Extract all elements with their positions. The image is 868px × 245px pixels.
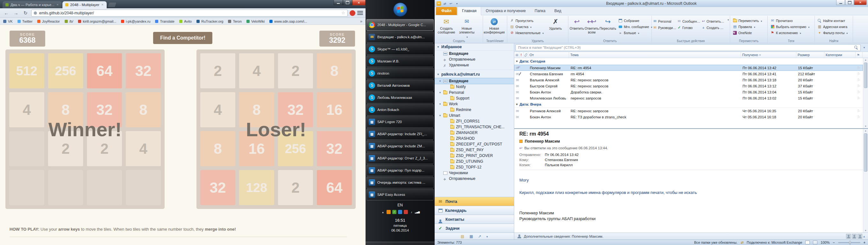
onenote-button[interactable]: OneNote bbox=[732, 30, 763, 35]
folder-list-icon[interactable] bbox=[469, 234, 473, 239]
taskbar-button[interactable]: ABAP-редактор: Include ZFI_... bbox=[367, 128, 434, 140]
module-nav-button[interactable]: Задачи bbox=[435, 224, 514, 233]
new-tab-button[interactable] bbox=[107, 3, 116, 7]
bookmark-item[interactable]: i-pk@yandex.ru bbox=[121, 20, 150, 23]
flag-icon[interactable] bbox=[856, 96, 863, 101]
from-column-header[interactable]: От bbox=[528, 52, 569, 58]
network-icon[interactable] bbox=[415, 210, 420, 214]
group-header-today[interactable]: Дата: Сегодня bbox=[514, 58, 863, 65]
reload-button[interactable] bbox=[22, 9, 29, 17]
folder-item[interactable]: Отправленные bbox=[435, 176, 514, 182]
categories-column-header[interactable]: Категории bbox=[825, 52, 856, 58]
new-email-button[interactable]: Создать сообщение bbox=[437, 17, 456, 38]
new-conference-button[interactable]: Новая конференция bbox=[484, 17, 504, 38]
favorite-folder-item[interactable]: Входящие bbox=[435, 51, 514, 56]
back-button[interactable] bbox=[3, 9, 10, 17]
flag-icon[interactable] bbox=[856, 90, 863, 94]
tray-app-icon-red[interactable] bbox=[404, 210, 408, 214]
size-column-header[interactable]: Размер bbox=[796, 52, 825, 58]
quick-steps-more-icon[interactable] bbox=[727, 19, 729, 21]
configure-buttons-icon[interactable] bbox=[487, 234, 488, 239]
antivirus-icon[interactable] bbox=[392, 210, 396, 214]
unread-read-button[interactable]: Прочитано bbox=[769, 18, 811, 23]
importance-column-header[interactable] bbox=[519, 52, 524, 58]
favorite-folder-item[interactable]: Удаленные bbox=[435, 62, 514, 68]
module-nav-button[interactable]: Почта bbox=[435, 197, 514, 206]
bookmark-item[interactable]: JoyReactor bbox=[37, 20, 60, 23]
mail-row[interactable]: Степанова Евгения rm 4954 Пт 06.06.2014 … bbox=[514, 71, 863, 77]
quick-step-button[interactable]: Создать новое bbox=[702, 25, 725, 31]
folder-item[interactable]: ZSD_INET_PAY bbox=[435, 147, 514, 153]
flag-column-header[interactable] bbox=[856, 52, 863, 58]
folder-item[interactable]: ZSD_TOPF-12 bbox=[435, 164, 514, 170]
volume-icon[interactable] bbox=[409, 210, 414, 214]
people-pane-bar[interactable]: Дополнительные сведения: Попенкер Максим… bbox=[514, 233, 868, 240]
bookmark-item[interactable]: kirill.orgazm@gmail... bbox=[78, 20, 116, 23]
language-indicator[interactable]: EN bbox=[366, 203, 435, 207]
find-contact-button[interactable]: Найти контакт bbox=[816, 18, 849, 23]
bookmark-item[interactable]: RuTracker.org bbox=[196, 20, 223, 23]
meeting-button[interactable]: Собрание bbox=[617, 18, 653, 23]
ignore-button[interactable]: Пропустить bbox=[508, 18, 545, 23]
folder-item[interactable]: ZFI_TRANSACTION_CHE... bbox=[435, 124, 514, 130]
follow-up-button[interactable]: К исполнению bbox=[769, 30, 811, 35]
folder-item[interactable]: Черновики bbox=[435, 170, 514, 176]
move-button[interactable]: Переместить bbox=[732, 18, 763, 23]
tab-close-icon[interactable] bbox=[56, 3, 59, 6]
bookmark-item[interactable]: VeloWiki bbox=[246, 20, 265, 23]
icon-column-header[interactable] bbox=[514, 52, 519, 58]
filter-email-button[interactable]: Фильтр почты bbox=[816, 30, 849, 35]
expand-arrow[interactable] bbox=[438, 102, 442, 106]
module-nav-button[interactable]: Контакты bbox=[435, 215, 514, 224]
account-header[interactable]: palkov.k.a@ulmart.ru bbox=[435, 71, 514, 78]
show-desktop-button[interactable] bbox=[366, 242, 435, 245]
taskbar-button[interactable]: SAP Logon 720 bbox=[367, 116, 434, 128]
favorites-header[interactable]: Избранное bbox=[435, 44, 514, 51]
folder-item[interactable]: Personal bbox=[435, 90, 514, 96]
reply-button[interactable]: Ответить bbox=[570, 17, 584, 38]
reading-view-button[interactable] bbox=[813, 241, 817, 244]
taskbar-button[interactable]: ABAP-редактор: Пул подпр... bbox=[367, 165, 434, 176]
taskbar-button[interactable]: Skype™ — e1.lcb0_ bbox=[367, 44, 434, 55]
ribbon-tab[interactable]: Папка bbox=[530, 7, 550, 15]
send-receive-icon[interactable] bbox=[443, 1, 447, 6]
categorize-button[interactable]: Выбрать категорию bbox=[769, 24, 811, 29]
ribbon-tab[interactable]: Отправка и получение bbox=[482, 7, 530, 15]
delete-button[interactable]: Удалить bbox=[546, 17, 565, 38]
notes-icon[interactable] bbox=[461, 234, 464, 239]
find-competitor-button[interactable]: Find a Competitor! bbox=[153, 32, 212, 44]
quick-step-button[interactable]: Готово bbox=[677, 25, 701, 31]
cleanup-button[interactable]: Очистка bbox=[508, 24, 545, 29]
taskbar-button[interactable]: Anton Bokach bbox=[367, 104, 434, 115]
expand-arrow[interactable] bbox=[438, 114, 442, 117]
qat-dropdown-icon[interactable] bbox=[455, 1, 459, 6]
forward-button[interactable]: Переслать bbox=[599, 17, 616, 38]
bookmark-item[interactable]: /b/ bbox=[65, 20, 73, 23]
cc-value[interactable]: Пальков Кирилл bbox=[545, 163, 573, 167]
zoom-in-button[interactable]: + bbox=[864, 241, 865, 244]
module-nav-button[interactable]: Календарь bbox=[435, 206, 514, 215]
quick-step-button[interactable]: Ответить и удал... bbox=[702, 18, 725, 24]
to-value[interactable]: Степанова Евгения bbox=[545, 158, 578, 162]
taskbar-button[interactable]: Очередь импорта: система ... bbox=[367, 177, 434, 188]
taskbar-button[interactable]: 2048 - Multiplayer - Google C... bbox=[367, 19, 434, 31]
folder-item[interactable]: Support bbox=[435, 96, 514, 101]
scrollbar-thumb[interactable] bbox=[864, 62, 867, 88]
ribbon-tab[interactable]: Главная bbox=[458, 7, 481, 15]
bookmark-item[interactable]: VK bbox=[3, 20, 13, 23]
zoom-slider-thumb[interactable] bbox=[849, 241, 851, 244]
folder-item[interactable]: Входящие bbox=[435, 78, 514, 84]
taskbar-clock[interactable]: 16:51 пятница 06.06.2014 bbox=[366, 218, 435, 232]
message-sender-row[interactable]: Попенкер Максим bbox=[519, 139, 863, 143]
undo-icon[interactable] bbox=[448, 1, 453, 6]
taskbar-button[interactable]: SAP Easy Access bbox=[367, 189, 434, 200]
start-button[interactable] bbox=[366, 0, 435, 19]
taskbar-button[interactable]: ABAP-редактор: Include ZM... bbox=[367, 140, 434, 152]
extension-icon[interactable] bbox=[350, 10, 355, 16]
minimize-button[interactable] bbox=[334, 0, 343, 5]
subject-column-header[interactable]: Тема bbox=[569, 52, 741, 58]
zoom-slider[interactable] bbox=[838, 242, 860, 243]
favorite-folder-item[interactable]: Отправленные bbox=[435, 56, 514, 62]
attachment-column-header[interactable] bbox=[524, 52, 528, 58]
search-scope-dropdown-icon[interactable] bbox=[862, 46, 867, 49]
